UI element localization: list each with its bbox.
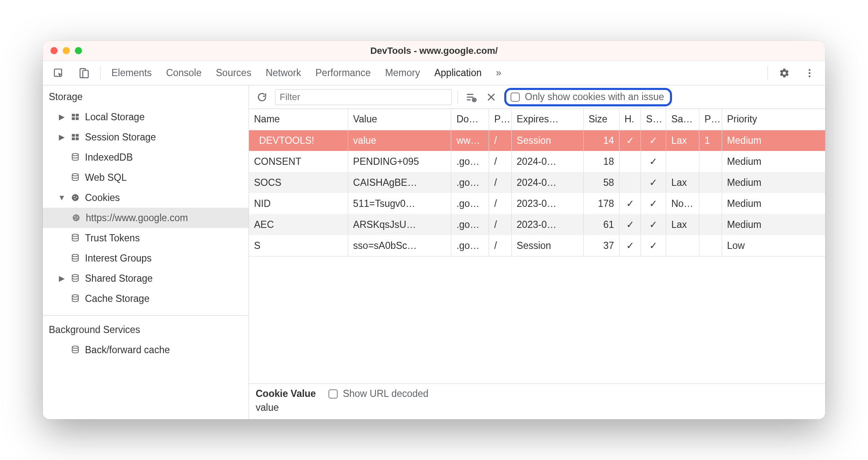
table-cell: 37	[583, 235, 619, 256]
window-title: DevTools - www.google.com/	[43, 45, 825, 56]
table-cell: ✓	[641, 172, 666, 193]
svg-point-18	[76, 197, 77, 198]
col-header[interactable]: P…	[699, 109, 722, 130]
expand-icon: ▶	[58, 132, 66, 142]
table-cell: ✓	[619, 235, 641, 256]
divider	[767, 66, 768, 80]
table-row[interactable]: SOCSCAISHAgBE….go…/2024-0…58✓LaxMedium	[249, 172, 825, 193]
only-issues-toggle[interactable]: Only show cookies with an issue	[504, 88, 672, 106]
collapse-icon: ▼	[58, 193, 66, 202]
only-issues-label: Only show cookies with an issue	[525, 91, 664, 103]
col-header[interactable]: Do…	[451, 109, 489, 130]
table-cell: 58	[583, 172, 619, 193]
sidebar-item-interest-groups[interactable]: Interest Groups	[43, 248, 249, 268]
table-cell: 1	[699, 130, 722, 151]
table-cell: Low	[722, 235, 825, 256]
refresh-icon[interactable]	[255, 90, 269, 104]
inspect-element-icon[interactable]	[47, 65, 70, 81]
tab-performance[interactable]: Performance	[310, 65, 377, 81]
checkbox-icon[interactable]	[511, 93, 520, 102]
svg-rect-10	[72, 134, 75, 137]
col-header[interactable]: Value	[348, 109, 451, 130]
show-url-decoded-toggle[interactable]: Show URL decoded	[328, 388, 429, 399]
sidebar-item-shared-storage[interactable]: ▶ Shared Storage	[43, 268, 249, 288]
table-cell: 61	[583, 214, 619, 235]
table-row[interactable]: DEVTOOLS!valueww…/Session14✓✓Lax1Medium	[249, 130, 825, 151]
svg-point-16	[72, 194, 79, 201]
table-cell: .go…	[451, 193, 489, 214]
sidebar: Storage ▶ Local Storage ▶ Session Storag…	[43, 85, 249, 419]
svg-point-14	[72, 153, 79, 156]
sidebar-item-local-storage[interactable]: ▶ Local Storage	[43, 107, 249, 127]
table-cell: ✓	[619, 214, 641, 235]
clear-all-icon[interactable]	[464, 90, 478, 104]
col-header[interactable]: P…	[489, 109, 511, 130]
table-cell: 2024-0…	[511, 172, 583, 193]
svg-point-22	[77, 217, 78, 218]
sidebar-item-cookies[interactable]: ▼ Cookies	[43, 188, 249, 208]
sidebar-item-bf-cache[interactable]: Back/forward cache	[43, 340, 249, 360]
sidebar-item-label: Cache Storage	[85, 293, 149, 304]
sidebar-item-cookies-origin[interactable]: https://www.google.com	[43, 208, 249, 228]
storage-icon	[70, 132, 81, 142]
checkbox-icon[interactable]	[328, 389, 338, 399]
sidebar-item-cache-storage[interactable]: Cache Storage	[43, 288, 249, 309]
more-menu-icon[interactable]	[798, 65, 821, 81]
sidebar-item-session-storage[interactable]: ▶ Session Storage	[43, 127, 249, 147]
show-url-decoded-label: Show URL decoded	[343, 388, 429, 399]
svg-rect-12	[72, 137, 75, 140]
svg-rect-0	[54, 69, 61, 76]
table-cell: .go…	[451, 214, 489, 235]
svg-point-25	[72, 254, 79, 257]
col-header[interactable]: Expires…	[511, 109, 583, 130]
col-header[interactable]: Sa…	[666, 109, 699, 130]
sidebar-item-trust-tokens[interactable]: Trust Tokens	[43, 228, 249, 248]
tab-memory[interactable]: Memory	[379, 65, 426, 81]
table-cell: Lax	[666, 172, 699, 193]
devtools-tabbar: Elements Console Sources Network Perform…	[43, 61, 825, 85]
more-tabs-icon[interactable]: »	[490, 65, 507, 81]
sidebar-item-indexeddb[interactable]: IndexedDB	[43, 147, 249, 167]
table-cell: .go…	[451, 235, 489, 256]
tab-sources[interactable]: Sources	[210, 65, 257, 81]
table-row[interactable]: Ssso=sA0bSc….go…/Session37✓✓Low	[249, 235, 825, 256]
section-bg-services-title: Background Services	[43, 318, 249, 340]
svg-rect-13	[76, 137, 79, 140]
table-cell: PENDING+095	[348, 151, 451, 172]
table-cell: ww…	[451, 130, 489, 151]
device-toolbar-icon[interactable]	[72, 65, 95, 81]
table-cell: ARSKqsJsU…	[348, 214, 451, 235]
table-row[interactable]: AECARSKqsJsU….go…/2023-0…61✓✓LaxMedium	[249, 214, 825, 235]
tab-console[interactable]: Console	[160, 65, 207, 81]
table-cell: Medium	[722, 172, 825, 193]
table-row[interactable]: CONSENTPENDING+095.go…/2024-0…18✓Medium	[249, 151, 825, 172]
tab-network[interactable]: Network	[260, 65, 307, 81]
col-header[interactable]: Size	[583, 109, 619, 130]
sidebar-item-websql[interactable]: Web SQL	[43, 167, 249, 188]
col-header[interactable]: Priority	[722, 109, 825, 130]
col-header[interactable]: Name	[249, 109, 348, 130]
table-cell	[699, 172, 722, 193]
settings-gear-icon[interactable]	[773, 65, 796, 81]
filter-input[interactable]	[275, 89, 452, 105]
database-icon	[70, 294, 81, 303]
table-cell: 2024-0…	[511, 151, 583, 172]
col-header[interactable]: H.	[619, 109, 641, 130]
tab-application[interactable]: Application	[429, 65, 488, 81]
table-cell: CAISHAgBE…	[348, 172, 451, 193]
table-cell: 18	[583, 151, 619, 172]
table-cell: NID	[249, 193, 348, 214]
svg-rect-11	[76, 134, 79, 137]
table-cell: 2023-0…	[511, 193, 583, 214]
table-row[interactable]: NID511=Tsugv0….go…/2023-0…178✓✓No…Medium	[249, 193, 825, 214]
expand-icon: ▶	[58, 112, 66, 122]
sidebar-item-label: Session Storage	[85, 132, 156, 143]
table-header-row: NameValueDo…P…Expires…SizeH.S…Sa…P…Prior…	[249, 109, 825, 130]
tab-elements[interactable]: Elements	[106, 65, 158, 81]
database-icon	[70, 345, 81, 354]
titlebar: DevTools - www.google.com/	[43, 41, 825, 61]
table-cell: 178	[583, 193, 619, 214]
clear-icon[interactable]	[484, 90, 498, 104]
col-header[interactable]: S…	[641, 109, 666, 130]
tree-storage: ▶ Local Storage ▶ Session Storage Indexe…	[43, 107, 249, 313]
